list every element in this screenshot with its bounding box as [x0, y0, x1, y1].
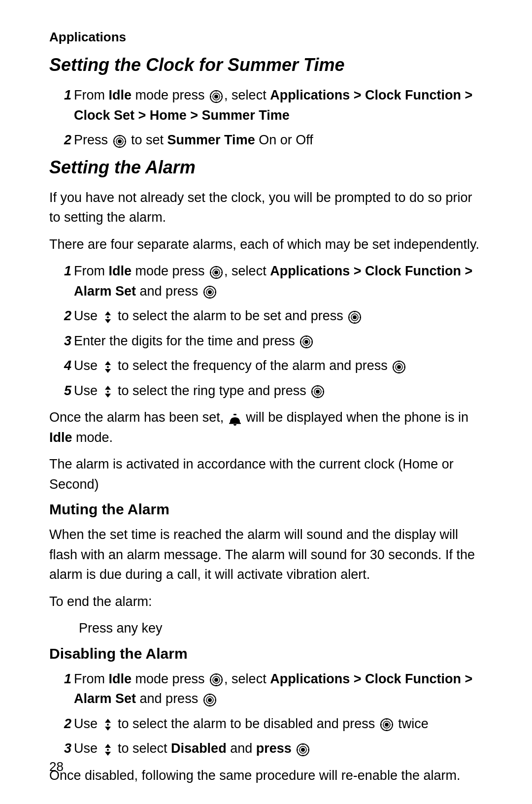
summer-time-heading: Setting the Clock for Summer Time: [49, 55, 483, 75]
disabling-step-3: 3 Use to select Disabled and press: [49, 738, 483, 759]
svg-point-29: [107, 316, 109, 318]
alarm-step-1-content: From Idle mode press , select Applicatio…: [74, 261, 483, 301]
alarm-heading: Setting the Alarm: [49, 157, 483, 178]
summer-step-1: 1 From Idle mode press , select Applicat…: [49, 85, 483, 125]
svg-point-78: [209, 705, 210, 706]
svg-point-20: [221, 271, 223, 273]
updown-icon: [102, 717, 113, 731]
svg-point-56: [107, 391, 109, 393]
svg-point-90: [392, 724, 393, 726]
svg-rect-65: [233, 414, 236, 415]
alarm-note-1: Once the alarm has been set, will be dis…: [49, 407, 483, 447]
step-num-1: 1: [49, 85, 74, 105]
svg-point-63: [311, 391, 313, 393]
svg-point-17: [216, 266, 217, 268]
svg-point-95: [301, 748, 305, 752]
svg-point-6: [221, 96, 223, 97]
disabling-heading: Disabling the Alarm: [49, 645, 483, 662]
updown-icon: [102, 384, 113, 398]
svg-point-27: [215, 292, 216, 293]
disabling-steps: 1 From Idle mode press , select Applicat…: [49, 669, 483, 759]
muting-press-key: Press any key: [79, 618, 483, 638]
section-label: Applications: [49, 30, 483, 45]
svg-point-35: [354, 322, 356, 324]
svg-point-39: [304, 340, 308, 344]
svg-marker-47: [105, 369, 111, 373]
svg-point-89: [380, 724, 382, 726]
muting-section: Muting the Alarm When the set time is re…: [49, 501, 483, 638]
alarm-step-2-content: Use to select the alarm to be set and pr…: [74, 306, 483, 326]
svg-point-44: [311, 341, 313, 343]
alarm-step-4: 4 Use to select the frequency of the ala…: [49, 356, 483, 376]
disabling-step-2-content: Use to select the alarm to be disabled a…: [74, 714, 483, 734]
svg-point-75: [208, 698, 212, 702]
svg-point-52: [399, 372, 400, 373]
svg-point-59: [316, 390, 320, 394]
svg-point-61: [317, 385, 319, 387]
svg-marker-91: [105, 744, 111, 748]
svg-point-68: [214, 678, 218, 682]
alarm-step-3: 3 Enter the digits for the time and pres…: [49, 331, 483, 351]
alarm-step-2: 2 Use to select the alarm to be set and …: [49, 306, 483, 326]
disabling-footer: Once disabled, following the same proced…: [49, 766, 483, 786]
svg-point-18: [216, 277, 217, 279]
alarm-step-num-5: 5: [49, 381, 74, 401]
svg-marker-28: [105, 311, 111, 315]
summer-step-2-content: Press to set Summer Time On or Off: [74, 130, 483, 150]
svg-point-26: [203, 292, 205, 293]
svg-point-12: [113, 140, 115, 142]
disabling-step-num-3: 3: [49, 738, 74, 759]
svg-point-99: [297, 749, 298, 750]
svg-point-1: [214, 95, 218, 99]
summer-step-2: 2 Press to set Summer Time On or Off: [49, 130, 483, 150]
svg-point-46: [107, 366, 109, 368]
svg-marker-81: [105, 719, 111, 723]
svg-point-85: [385, 723, 389, 727]
svg-point-42: [306, 347, 307, 348]
svg-point-15: [214, 270, 218, 274]
svg-marker-45: [105, 361, 111, 365]
svg-point-22: [208, 290, 212, 294]
svg-point-10: [119, 135, 120, 136]
summer-time-section: Setting the Clock for Summer Time 1 From…: [49, 55, 483, 150]
svg-point-32: [353, 315, 357, 319]
page-wrapper: Applications Setting the Clock for Summe…: [49, 30, 483, 785]
svg-point-19: [210, 271, 211, 273]
nav-icon: [203, 693, 217, 706]
nav-icon: [209, 265, 223, 279]
nav-icon: [348, 310, 362, 324]
updown-icon: [102, 742, 113, 756]
alarm-step-5-content: Use to select the ring type and press: [74, 381, 483, 401]
nav-icon: [113, 134, 127, 148]
svg-point-51: [399, 361, 400, 362]
svg-point-5: [210, 96, 211, 97]
svg-point-24: [209, 286, 210, 287]
disabling-step-1: 1 From Idle mode press , select Applicat…: [49, 669, 483, 709]
updown-icon: [102, 360, 113, 373]
svg-point-8: [118, 139, 122, 143]
svg-point-36: [348, 316, 350, 318]
summer-step-1-content: From Idle mode press , select Applicatio…: [74, 85, 483, 125]
svg-point-97: [302, 743, 304, 745]
svg-point-43: [300, 341, 301, 343]
alarm-step-num-4: 4: [49, 356, 74, 376]
updown-icon: [102, 310, 113, 324]
svg-point-92: [107, 749, 109, 751]
svg-rect-66: [229, 423, 241, 424]
nav-icon: [299, 335, 313, 348]
page-number: 28: [49, 759, 64, 774]
svg-point-13: [125, 140, 126, 142]
alarm-steps: 1 From Idle mode press , select Applicat…: [49, 261, 483, 401]
svg-marker-57: [105, 394, 111, 398]
svg-point-71: [216, 685, 217, 686]
svg-point-73: [221, 679, 223, 681]
summer-time-steps: 1 From Idle mode press , select Applicat…: [49, 85, 483, 150]
svg-point-98: [302, 755, 304, 756]
svg-point-80: [215, 699, 216, 701]
svg-point-25: [209, 297, 210, 299]
svg-marker-93: [105, 752, 111, 756]
alarm-step-1: 1 From Idle mode press , select Applicat…: [49, 261, 483, 301]
alarm-step-3-content: Enter the digits for the time and press: [74, 331, 483, 351]
alarm-bell-icon: [229, 412, 241, 425]
svg-point-37: [360, 316, 361, 318]
